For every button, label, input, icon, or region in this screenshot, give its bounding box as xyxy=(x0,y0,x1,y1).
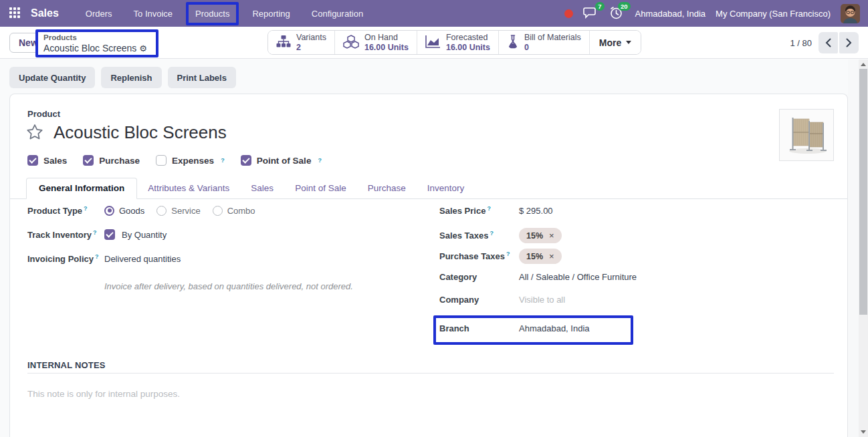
chevron-down-icon xyxy=(626,41,631,44)
internal-notes-divider xyxy=(27,373,834,374)
company-row: Company Visible to all xyxy=(439,295,565,305)
sales-checkbox[interactable]: Sales xyxy=(27,155,67,166)
checkbox-checked-icon xyxy=(27,155,38,166)
content-gutter xyxy=(848,59,859,437)
notebook-tabs: General Information Attributes & Variant… xyxy=(10,178,847,199)
invoicing-policy-note: Invoice after delivery, based on quantit… xyxy=(104,281,353,291)
help-icon[interactable]: ? xyxy=(490,230,494,237)
checkbox-checked-icon xyxy=(104,229,115,240)
radio-service[interactable]: Service xyxy=(156,206,200,216)
control-panel: New Products Acoustic Bloc Screens ⚙ Var… xyxy=(0,27,868,59)
help-icon[interactable]: ? xyxy=(487,205,491,212)
category-row: Category All / Saleable / Office Furnitu… xyxy=(439,272,637,282)
help-icon[interactable]: ? xyxy=(221,157,225,164)
help-icon[interactable]: ? xyxy=(93,229,97,236)
company-label: Company xyxy=(439,295,519,305)
tab-purchase[interactable]: Purchase xyxy=(357,178,417,198)
radio-combo[interactable]: Combo xyxy=(213,206,255,216)
flask-icon xyxy=(507,35,519,51)
help-icon[interactable]: ? xyxy=(84,205,88,212)
invoicing-policy-value[interactable]: Delivered quantities xyxy=(104,254,181,264)
sales-taxes-row: Sales Taxes? 15%× (= $ 339.25 Incl. Taxe… xyxy=(439,228,814,243)
track-inventory-value[interactable]: By Quantity xyxy=(122,230,167,240)
top-navbar: Sales Orders To Invoice Products Reporti… xyxy=(0,0,868,27)
radio-unselected-icon xyxy=(156,206,167,216)
cubes-icon xyxy=(343,35,359,51)
tab-attributes-variants[interactable]: Attributes & Variants xyxy=(137,178,240,198)
branch-row: Branch Ahmadabad, India xyxy=(439,323,590,333)
breadcrumb-current: Acoustic Bloc Screens ⚙ xyxy=(43,43,150,55)
scroll-down-arrow-icon[interactable] xyxy=(861,430,866,434)
purchase-checkbox[interactable]: Purchase xyxy=(83,155,140,166)
sales-price-label: Sales Price? xyxy=(439,205,519,216)
breadcrumb-parent[interactable]: Products xyxy=(43,33,150,43)
checkbox-checked-icon xyxy=(241,155,251,166)
point-of-sale-checkbox[interactable]: Point of Sale? xyxy=(241,155,322,166)
nav-item-products[interactable]: Products xyxy=(189,5,236,23)
track-inventory-label: Track Inventory? xyxy=(27,229,104,240)
category-value[interactable]: All / Saleable / Office Furniture xyxy=(519,272,637,282)
help-icon[interactable]: ? xyxy=(95,253,99,260)
product-kicker-label: Product xyxy=(27,109,60,119)
branch-switcher[interactable]: Ahmadabad, India xyxy=(635,9,706,19)
favorite-star-icon[interactable] xyxy=(26,124,43,142)
product-form-sheet: Product Acoustic Bloc Screens Sales Purc… xyxy=(9,94,848,437)
tag-remove-icon[interactable]: × xyxy=(549,231,554,241)
pager-next-button[interactable] xyxy=(839,32,859,53)
help-icon[interactable]: ? xyxy=(318,157,322,164)
nav-item-to-invoice[interactable]: To Invoice xyxy=(124,2,183,25)
purchase-tax-tag[interactable]: 15%× xyxy=(519,249,562,264)
internal-notes-placeholder[interactable]: This note is only for internal purposes. xyxy=(27,389,180,399)
vertical-scrollbar[interactable] xyxy=(859,59,868,437)
pager-previous-button[interactable] xyxy=(819,32,838,53)
sales-tax-tag[interactable]: 15%× xyxy=(519,228,562,243)
tab-point-of-sale[interactable]: Point of Sale xyxy=(284,178,357,198)
product-title[interactable]: Acoustic Bloc Screens xyxy=(53,122,227,143)
company-placeholder[interactable]: Visible to all xyxy=(519,295,565,305)
messages-badge: 7 xyxy=(595,2,604,11)
action-buttons-row: Update Quantity Replenish Print Labels xyxy=(9,67,236,88)
on-hand-smart-button[interactable]: On Hand16.00 Units xyxy=(335,31,417,54)
annotation-box-products: Products xyxy=(186,2,239,25)
apps-grid-icon[interactable] xyxy=(9,7,21,19)
bom-smart-button[interactable]: Bill of Materials0 xyxy=(499,31,590,54)
company-switcher[interactable]: My Company (San Francisco) xyxy=(716,9,831,19)
user-avatar[interactable] xyxy=(841,4,860,23)
track-inventory-checkbox[interactable] xyxy=(104,229,115,240)
nav-item-orders[interactable]: Orders xyxy=(76,2,122,25)
variants-smart-button[interactable]: Variants2 xyxy=(268,31,335,54)
checkbox-checked-icon xyxy=(83,155,94,166)
sales-price-value[interactable]: $ 295.00 xyxy=(519,206,553,216)
help-icon[interactable]: ? xyxy=(506,251,510,257)
tab-inventory[interactable]: Inventory xyxy=(417,178,475,198)
invoicing-policy-row: Invoicing Policy? Delivered quantities xyxy=(27,253,181,264)
nav-item-configuration[interactable]: Configuration xyxy=(302,2,372,25)
radio-selected-icon xyxy=(104,206,114,216)
nav-item-reporting[interactable]: Reporting xyxy=(243,2,299,25)
app-name-sales[interactable]: Sales xyxy=(31,7,59,19)
gear-icon[interactable]: ⚙ xyxy=(139,43,147,53)
category-label: Category xyxy=(439,272,519,282)
more-dropdown[interactable]: More xyxy=(590,31,641,54)
radio-goods[interactable]: Goods xyxy=(104,206,144,216)
update-quantity-button[interactable]: Update Quantity xyxy=(9,67,95,88)
print-labels-button[interactable]: Print Labels xyxy=(168,67,236,88)
recording-dot-icon xyxy=(564,9,573,18)
tag-remove-icon[interactable]: × xyxy=(549,251,554,261)
purchase-taxes-row: Purchase Taxes? 15%× xyxy=(439,249,562,264)
forecasted-smart-button[interactable]: Forecasted16.00 Units xyxy=(417,31,499,54)
tab-general-information[interactable]: General Information xyxy=(26,178,137,199)
activities-icon[interactable]: 20 xyxy=(609,6,625,21)
acoustic-screen-left-panel xyxy=(790,118,809,150)
scrollbar-thumb[interactable] xyxy=(859,69,867,315)
replenish-button[interactable]: Replenish xyxy=(101,67,161,88)
scroll-up-arrow-icon[interactable] xyxy=(861,63,866,66)
track-inventory-row: Track Inventory? By Quantity xyxy=(27,229,167,240)
messages-icon[interactable]: 7 xyxy=(583,6,599,21)
expenses-checkbox[interactable]: Expenses? xyxy=(156,155,225,166)
tab-sales[interactable]: Sales xyxy=(240,178,284,198)
checkbox-unchecked-icon xyxy=(156,155,167,166)
activities-badge: 20 xyxy=(618,2,631,11)
branch-value[interactable]: Ahmadabad, India xyxy=(519,323,590,333)
product-image[interactable] xyxy=(779,109,834,161)
